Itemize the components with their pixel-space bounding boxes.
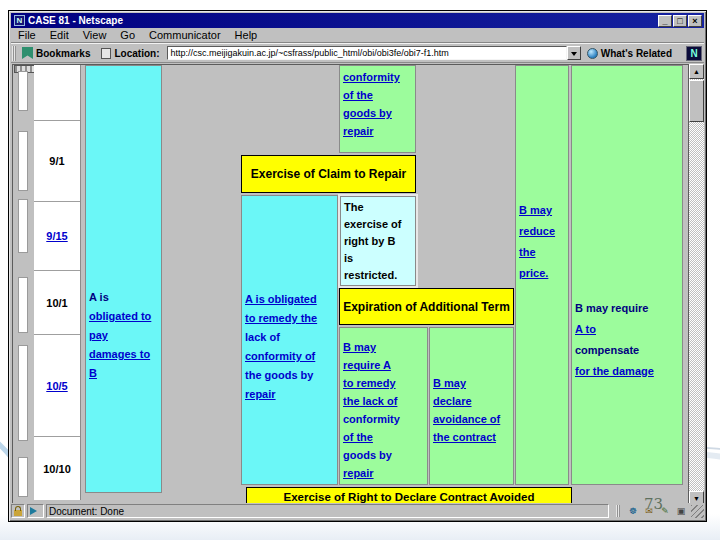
link-line[interactable]: of the xyxy=(343,86,413,104)
link-a-remedy[interactable]: A is obligated to remedy the lack of con… xyxy=(242,288,337,404)
cell-conformity-tail: conformity of the goods by repair xyxy=(339,65,416,153)
date-cell: 10/10 xyxy=(34,437,80,500)
link-line[interactable]: to remedy xyxy=(343,374,425,392)
menu-go[interactable]: Go xyxy=(113,29,142,41)
link-line[interactable]: the xyxy=(519,242,566,263)
composer-icon[interactable]: ▣ xyxy=(675,506,687,517)
link-b-declare-avoidance[interactable]: B may declare avoidance of the contract xyxy=(430,372,513,446)
link-line[interactable]: A is obligated xyxy=(245,290,335,309)
link-line[interactable]: the lack of xyxy=(343,392,425,410)
url-input[interactable]: http://csc.meijigakuin.ac.jp/~csfrass/pu… xyxy=(167,46,566,60)
component-bar-grip[interactable] xyxy=(616,505,620,517)
link-line[interactable]: lack of xyxy=(245,328,335,347)
link-line[interactable]: damages to xyxy=(89,345,159,364)
date-cell: 9/15 xyxy=(34,202,80,271)
navigator-icon[interactable]: ☸ xyxy=(627,506,639,517)
status-bar: Document: Done ☸ ✉ ✎ ▣ xyxy=(11,503,704,519)
close-button[interactable]: × xyxy=(688,15,702,27)
header-label: Exercise of Claim to Repair xyxy=(251,166,406,182)
note-text: The exercise of right by B is restricted… xyxy=(341,197,407,284)
netscape-throbber-icon[interactable]: N xyxy=(686,46,702,61)
cell-b-declare-avoidance: B may declare avoidance of the contract xyxy=(429,327,514,485)
link-line[interactable]: B may xyxy=(519,200,566,221)
cell-a-remedy: A is obligated to remedy the lack of con… xyxy=(241,195,338,485)
link-line[interactable]: conformity xyxy=(343,68,413,86)
link-line[interactable]: repair xyxy=(343,464,425,482)
date-cell: 10/5 xyxy=(34,335,80,437)
link-line[interactable]: B may xyxy=(433,374,511,392)
location-toolbar: Bookmarks Location: http://csc.meijigaku… xyxy=(11,44,704,63)
link-line[interactable]: price. xyxy=(519,263,566,284)
netscape-app-icon: N xyxy=(14,15,25,26)
whats-related-globe-icon xyxy=(587,48,598,59)
link-b-reduce-price[interactable]: B may reduce the price. xyxy=(516,198,568,284)
link-line[interactable]: repair xyxy=(245,385,335,404)
resize-grip[interactable] xyxy=(691,505,704,518)
link-b-compensate[interactable]: B may require A to compensate for the da… xyxy=(572,296,682,382)
toolbar-grip[interactable] xyxy=(12,46,16,61)
status-message-field: Document: Done xyxy=(46,504,609,518)
menu-file[interactable]: File xyxy=(11,29,43,41)
date-9-1: 9/1 xyxy=(49,155,64,167)
header-exercise-claim-repair: Exercise of Claim to Repair xyxy=(241,155,416,193)
security-indicator[interactable] xyxy=(11,504,25,518)
page-content: 9/1 9/15 10/1 10/5 10/10 A is obligated … xyxy=(12,64,688,506)
link-b-require-remedy[interactable]: B may require A to remedy the lack of co… xyxy=(340,336,427,482)
link-conformity-tail[interactable]: conformity of the goods by repair xyxy=(340,66,415,140)
whats-related-button[interactable]: What's Related xyxy=(601,48,672,59)
date-cell: 9/1 xyxy=(34,121,80,202)
menu-bar: File Edit View Go Communicator Help xyxy=(11,28,704,43)
slide-page-number: 73 xyxy=(644,495,663,513)
link-line[interactable]: conformity xyxy=(343,410,425,428)
link-line[interactable]: require A xyxy=(343,356,425,374)
vertical-scrollbar[interactable]: ▲ ▼ xyxy=(688,64,704,506)
link-line[interactable]: B may xyxy=(343,338,425,356)
link-line[interactable]: pay xyxy=(89,326,159,345)
timeline-tick-column xyxy=(17,65,30,501)
link-line[interactable]: A to xyxy=(575,319,680,340)
scroll-up-button[interactable]: ▲ xyxy=(689,64,704,79)
text-line: compensate xyxy=(575,340,680,361)
padlock-icon xyxy=(14,510,22,516)
netscape-window: N CASE 81 - Netscape _ □ × File Edit Vie… xyxy=(8,10,707,522)
link-line[interactable]: avoidance of xyxy=(433,410,511,428)
menu-view[interactable]: View xyxy=(76,29,114,41)
menu-help[interactable]: Help xyxy=(228,29,265,41)
text-line: B may require xyxy=(575,298,680,319)
link-line[interactable]: declare xyxy=(433,392,511,410)
minimize-button[interactable]: _ xyxy=(658,15,672,27)
menu-edit[interactable]: Edit xyxy=(43,29,76,41)
link-line[interactable]: B xyxy=(89,364,159,383)
date-10-1: 10/1 xyxy=(46,297,67,309)
url-dropdown-button[interactable] xyxy=(567,46,581,60)
status-message: Document: Done xyxy=(49,506,124,517)
date-cell-empty xyxy=(34,65,80,121)
bookmarks-icon xyxy=(22,47,33,59)
link-line[interactable]: reduce xyxy=(519,221,566,242)
link-line[interactable]: repair xyxy=(343,122,413,140)
bookmarks-button[interactable]: Bookmarks xyxy=(36,48,90,59)
menu-communicator[interactable]: Communicator xyxy=(142,29,228,41)
note-restricted: The exercise of right by B is restricted… xyxy=(340,196,416,286)
date-link-10-5[interactable]: 10/5 xyxy=(46,380,67,392)
date-link-9-15[interactable]: 9/15 xyxy=(46,230,67,242)
link-line[interactable]: for the damage xyxy=(575,361,680,382)
link-line[interactable]: goods by xyxy=(343,446,425,464)
title-bar[interactable]: N CASE 81 - Netscape _ □ × xyxy=(11,13,704,28)
link-line[interactable]: to remedy the xyxy=(245,309,335,328)
link-line[interactable]: goods by xyxy=(343,104,413,122)
location-page-icon xyxy=(101,48,111,59)
link-line[interactable]: obligated to xyxy=(89,307,159,326)
location-label: Location: xyxy=(114,48,159,59)
cell-b-reduce-price: B may reduce the price. xyxy=(515,65,569,485)
header-label: Expiration of Additional Term xyxy=(343,299,510,315)
scrollbar-thumb[interactable] xyxy=(689,80,704,122)
maximize-button[interactable]: □ xyxy=(673,15,687,27)
date-cell: 10/1 xyxy=(34,271,80,335)
window-title: CASE 81 - Netscape xyxy=(28,15,657,26)
link-line[interactable]: conformity of xyxy=(245,347,335,366)
link-line[interactable]: the contract xyxy=(433,428,511,446)
link-line[interactable]: the goods by xyxy=(245,366,335,385)
link-line[interactable]: of the xyxy=(343,428,425,446)
link-a-pay-damages[interactable]: A is obligated to pay damages to B xyxy=(86,286,161,383)
